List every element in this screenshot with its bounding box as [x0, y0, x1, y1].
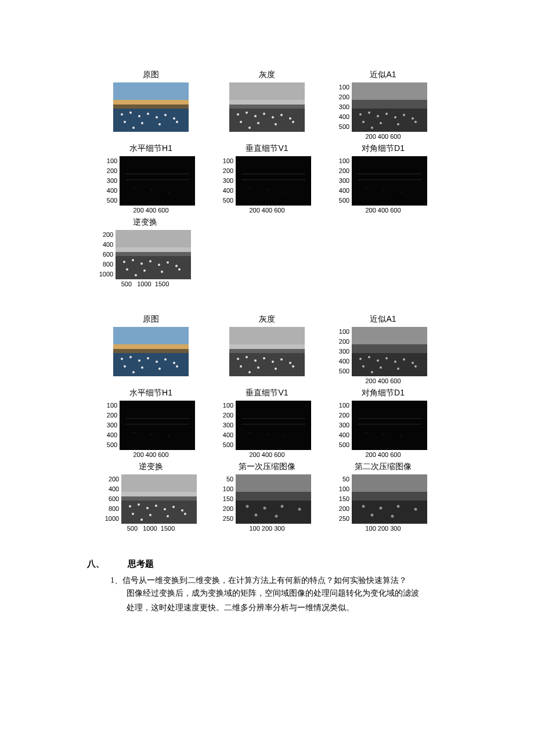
figure-row: 逆变换 2004006008001000 500 1000 1500: [93, 217, 197, 287]
x-axis-ticks: 500 1000 1500: [93, 280, 197, 287]
image-approx: [352, 82, 427, 132]
subplot-compress-1: 第一次压缩图像 50100150200250 100 200 300: [215, 462, 319, 532]
image-compress-1: [236, 474, 311, 524]
answer-line-1: 图像经过变换后，成为变换域的矩阵，空间域图像的处理问题转化为变化域的滤波: [87, 586, 447, 600]
subplot-title: 水平细节H1: [129, 143, 172, 154]
subplot-vertical-v1: 垂直细节V1 100200300400500 200 400 600: [215, 388, 319, 458]
x-axis-ticks: 200 400 600: [99, 207, 203, 214]
subplot-title: 垂直细节V1: [246, 388, 288, 398]
y-axis-ticks: 100200300400500: [339, 327, 352, 376]
subplot-approx-a1: 近似A1 100200300400500 200 400 600: [331, 314, 435, 384]
figure-row: 水平细节H1 100200300400500 200 400 600 垂直细节V…: [99, 388, 435, 458]
image-original: [113, 82, 189, 132]
x-axis-ticks: 200 400 600: [99, 451, 203, 458]
question-number: 1、: [110, 576, 122, 585]
subplot-title: 垂直细节V1: [246, 143, 288, 154]
subplot-horizontal-h1: 水平细节H1 100200300400500 200 400 600: [99, 388, 203, 458]
y-axis-ticks: 100200300400500: [223, 401, 236, 450]
x-axis-ticks: 200 400 600: [331, 133, 435, 140]
subplot-horizontal-h1: 水平细节H1 100200300400500 200 400 600: [99, 143, 203, 214]
x-axis-ticks: 200 400 600: [331, 207, 435, 214]
subplot-title: 近似A1: [370, 70, 396, 80]
y-axis-ticks: 100200300400500: [107, 401, 120, 450]
answer-line-2: 处理，这时处理速度更快。二维多分辨率分析与一维情况类似。: [87, 600, 447, 615]
subplot-title: 灰度: [259, 314, 275, 325]
figure-row: 水平细节H1 100200300400500 200 400 600 垂直细节V…: [99, 143, 435, 214]
image-detail-d: [352, 401, 427, 450]
subplot-title: 原图: [143, 314, 159, 325]
subplot-title: 原图: [143, 70, 159, 80]
image-original: [113, 327, 189, 376]
y-axis-ticks: 100200300400500: [339, 401, 352, 450]
y-axis-ticks: 50100150200250: [223, 474, 236, 524]
section-number: 八、: [87, 559, 128, 570]
subplot-vertical-v1: 垂直细节V1 100200300400500 200 400 600: [215, 143, 319, 214]
figure-row: 逆变换 2004006008001000 500 1000 1500 第一次压缩…: [99, 462, 435, 532]
subplot-diagonal-d1: 对角细节D1 100200300400500 200 400 600: [331, 388, 435, 458]
x-axis-ticks: 100 200 300: [215, 525, 319, 532]
subplot-title: 近似A1: [370, 314, 396, 325]
subplot-title: 对角细节D1: [362, 143, 405, 154]
question-line: 1、信号从一维变换到二维变换，在计算方法上有何新的特点？如何实验快速算法？: [87, 575, 447, 586]
x-axis-ticks: 200 400 600: [215, 207, 319, 214]
y-axis-ticks: 100200300400500: [223, 156, 236, 206]
subplot-compress-2: 第二次压缩图像 50100150200250 100 200 300: [331, 462, 435, 532]
x-axis-ticks: 200 400 600: [331, 377, 435, 384]
subplot-title: 第二次压缩图像: [355, 462, 412, 472]
y-axis-ticks: 2004006008001000: [99, 230, 116, 279]
subplot-inverse: 逆变换 2004006008001000 500 1000 1500: [93, 217, 197, 287]
x-axis-ticks: 200 400 600: [215, 451, 319, 458]
figure-set-1: 原图 灰度 近似A1 100200300400500 200 400 600 水…: [87, 70, 447, 291]
section-title: 思考题: [128, 559, 154, 570]
subplot-inverse: 逆变换 2004006008001000 500 1000 1500: [99, 462, 203, 532]
image-detail-v: [236, 156, 311, 206]
image-inverse: [121, 474, 197, 524]
image-detail-v: [236, 401, 311, 450]
subplot-title: 逆变换: [139, 462, 163, 472]
x-axis-ticks: 500 1000 1500: [99, 525, 203, 532]
subplot-title: 第一次压缩图像: [239, 462, 295, 472]
image-approx: [352, 327, 427, 376]
subplot-title: 对角细节D1: [362, 388, 405, 398]
subplot-title: 水平细节H1: [129, 388, 172, 398]
subplot-grayscale: 灰度: [215, 314, 319, 384]
subplot-original: 原图: [99, 314, 203, 384]
image-inverse: [116, 230, 191, 279]
subplot-approx-a1: 近似A1 100200300400500 200 400 600: [331, 70, 435, 140]
subplot-original: 原图: [99, 70, 203, 140]
y-axis-ticks: 100200300400500: [107, 156, 120, 206]
subplot-title: 逆变换: [133, 217, 157, 228]
figure-row: 原图 灰度 近似A1 100200300400500 200 400 600: [99, 314, 435, 384]
y-axis-ticks: 2004006008001000: [105, 474, 121, 524]
y-axis-ticks: 50100150200250: [339, 474, 352, 524]
figure-row: 原图 灰度 近似A1 100200300400500 200 400 600: [99, 70, 435, 140]
y-axis-ticks: 100200300400500: [339, 156, 352, 206]
image-grayscale: [229, 327, 305, 376]
subplot-title: 灰度: [259, 70, 275, 80]
x-axis-ticks: 100 200 300: [331, 525, 435, 532]
image-detail-d: [352, 156, 427, 206]
subplot-diagonal-d1: 对角细节D1 100200300400500 200 400 600: [331, 143, 435, 214]
image-grayscale: [229, 82, 305, 132]
image-compress-2: [352, 474, 427, 524]
section-heading: 八、 思考题: [87, 559, 447, 570]
y-axis-ticks: 100200300400500: [339, 82, 352, 132]
question-text: 信号从一维变换到二维变换，在计算方法上有何新的特点？如何实验快速算法？: [122, 576, 407, 585]
figure-set-2: 原图 灰度 近似A1 100200300400500 200 400 600 水…: [87, 314, 447, 535]
image-detail-h: [120, 401, 195, 450]
subplot-grayscale: 灰度: [215, 70, 319, 140]
image-detail-h: [120, 156, 195, 206]
x-axis-ticks: 200 400 600: [331, 451, 435, 458]
